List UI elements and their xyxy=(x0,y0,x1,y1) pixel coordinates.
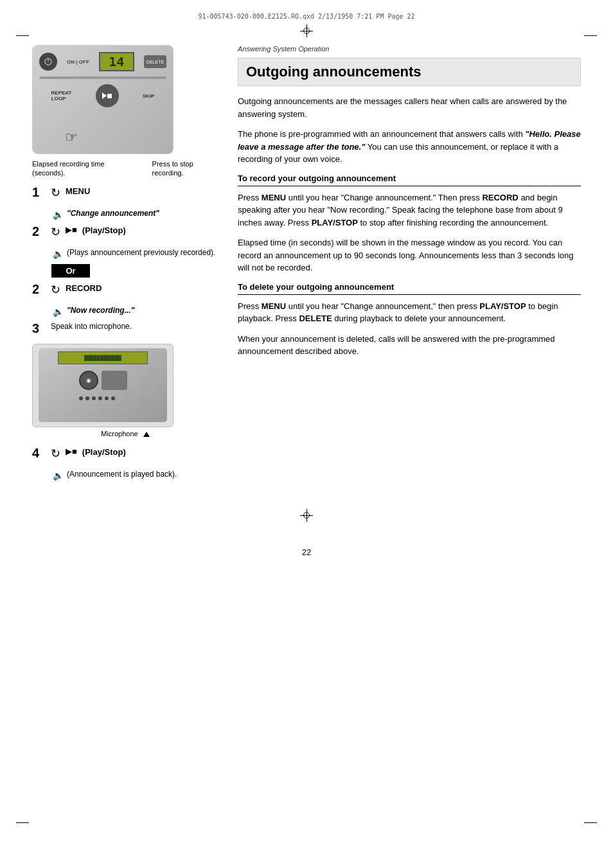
microphone-label-area: Microphone xyxy=(32,430,218,438)
step-1-row: 1 ↻ MENU xyxy=(32,186,218,200)
s2p1-end: during playback to delete your announcem… xyxy=(332,314,506,323)
mic-rect-1 xyxy=(102,371,127,390)
subsection-1-title: To record your outgoing announcement xyxy=(238,173,581,186)
step-3-row: 3 Speak into microphone. xyxy=(32,322,218,335)
step-4-menu-icon: ↻ xyxy=(51,447,60,461)
intro-paragraph-2: The phone is pre-programmed with an anno… xyxy=(238,128,581,166)
mic-controls: ◉ xyxy=(79,371,127,400)
device-top-row: ON | OFF 14 DELETE xyxy=(39,52,166,71)
step-2a-label: (Play/Stop) xyxy=(82,225,126,236)
or-divider: Or xyxy=(51,264,90,278)
step-3-text: Speak into microphone. xyxy=(51,322,132,332)
s2p1-delete: DELETE xyxy=(299,314,332,323)
on-off-button-img xyxy=(39,53,57,71)
device-image-top: ON | OFF 14 DELETE REPEATLOOP xyxy=(32,45,173,154)
mic-hole-2 xyxy=(85,396,89,400)
speaker-icon-4: 🔈 xyxy=(53,470,64,481)
recording-bar-text: ▓▓▓▓▓▓▓▓▓▓▓▓ xyxy=(84,355,121,361)
s2p1-menu: MENU xyxy=(262,301,286,311)
mic-hole-5 xyxy=(105,396,109,400)
step-1-number: 1 xyxy=(32,186,46,199)
right-column: Answering System Operation Outgoing anno… xyxy=(238,45,581,483)
main-content: ON | OFF 14 DELETE REPEATLOOP xyxy=(0,39,613,509)
mic-device-sim: ▓▓▓▓▓▓▓▓▓▓▓▓ ◉ xyxy=(39,348,167,422)
subsection-2-para1: Press MENU until you hear "Change announ… xyxy=(238,300,581,325)
s1p1-menu: MENU xyxy=(262,193,286,202)
mic-hole-6 xyxy=(111,396,115,400)
repeat-label-img: REPEATLOOP xyxy=(51,90,72,102)
microphone-arrow-up xyxy=(143,432,150,437)
caption-left-text: Elapsed recording time (seconds). xyxy=(32,160,105,177)
mic-hole-4 xyxy=(98,396,102,400)
microphone-device-image: ▓▓▓▓▓▓▓▓▓▓▓▓ ◉ xyxy=(32,344,173,427)
play-stop-btn-img xyxy=(96,84,119,107)
speaker-icon-2: 🔈 xyxy=(53,306,64,317)
play-triangle-img xyxy=(102,93,107,99)
display-window-img: 14 xyxy=(99,52,134,71)
step-2a-play-icon: ▶■ xyxy=(66,225,77,235)
step-2a-number: 2 xyxy=(32,225,46,238)
page-number: 22 xyxy=(302,547,311,557)
section-title: Outgoing announcements xyxy=(238,58,581,86)
s2p1-pre: Press xyxy=(238,301,262,311)
speaker-icon-2a: 🔈 xyxy=(53,249,64,259)
step-2-menu-icon: ↻ xyxy=(51,283,60,297)
mic-display-bar: ▓▓▓▓▓▓▓▓▓▓▓▓ xyxy=(58,351,148,364)
step-4-text: (Announcement is played back). xyxy=(67,470,177,480)
bottom-reg-area xyxy=(0,509,613,522)
mic-body: ◉ xyxy=(79,371,127,400)
left-column: ON | OFF 14 DELETE REPEATLOOP xyxy=(32,45,218,483)
s2p1-mid: until you hear "Change announcement," th… xyxy=(286,301,479,311)
step-4-label: (Play/Stop) xyxy=(82,447,126,458)
on-off-label-img: ON | OFF xyxy=(67,59,89,65)
device-face: ON | OFF 14 DELETE REPEATLOOP xyxy=(33,46,173,154)
file-info-area: 91-005743-020-000.E2125.RO.qxd 2/13/1950… xyxy=(0,0,613,39)
mic-hole-3 xyxy=(92,396,96,400)
page-footer: 22 xyxy=(0,535,613,570)
step-4-number: 4 xyxy=(32,447,46,459)
step-2-label: RECORD xyxy=(66,283,102,294)
step-4-row: 4 ↻ ▶■ (Play/Stop) xyxy=(32,447,218,461)
intro-paragraph-1: Outgoing announcements are the messages … xyxy=(238,95,581,120)
step-1-text: "Change announcement" xyxy=(67,209,159,219)
s1p1-mid: until you hear "Change announcement." Th… xyxy=(286,193,482,202)
crop-mark-left-bottom xyxy=(16,822,29,823)
step-2-text: "Now recording..." xyxy=(67,306,134,316)
s1p1-record: RECORD xyxy=(482,193,518,202)
step-1-menu-icon: ↻ xyxy=(51,186,60,200)
intro-p2-pre: The phone is pre-programmed with an anno… xyxy=(238,129,525,139)
subsection-1-para1: Press MENU until you hear "Change announ… xyxy=(238,191,581,229)
reg-circle-top xyxy=(303,28,310,34)
skip-label-img: SKIP xyxy=(143,93,155,99)
step-2a-sub: 🔈 (Plays announcement previously recorde… xyxy=(53,248,218,259)
step-2-sub: 🔈 "Now recording..." xyxy=(53,306,218,317)
s1p1-playstop: PLAY/STOP xyxy=(312,218,358,227)
device-mid-row: REPEATLOOP SKIP xyxy=(39,84,166,107)
caption-right: Press to stop recording. xyxy=(152,159,218,178)
section-tag: Answering System Operation xyxy=(238,45,581,53)
reg-mark-top xyxy=(300,24,313,37)
s1p1-end: to stop after finishing recording the an… xyxy=(358,218,548,227)
step-4-sub: 🔈 (Announcement is played back). xyxy=(53,470,218,481)
hand-cursor-img: ☞ xyxy=(65,129,78,146)
step-4-play-icon: ▶■ xyxy=(66,447,77,456)
delete-btn-img: DELETE xyxy=(144,55,166,68)
reg-circle-bottom xyxy=(303,512,310,518)
s1p1-pre: Press xyxy=(238,193,262,202)
caption-right-text: Press to stop recording. xyxy=(152,160,193,177)
subsection-2-para2: When your announcement is deleted, calls… xyxy=(238,333,581,358)
step-1-sub: 🔈 "Change announcement" xyxy=(53,209,218,220)
device-captions: Elapsed recording time (seconds). Press … xyxy=(32,159,218,178)
file-info-text: 91-005743-020-000.E2125.RO.qxd 2/13/1950… xyxy=(198,13,414,20)
stop-square-img xyxy=(107,94,112,98)
subsection-1-para2: Elapsed time (in seconds) will be shown … xyxy=(238,236,581,274)
step-2a-menu-icon: ↻ xyxy=(51,225,60,239)
step-2a-row: 2 ↻ ▶■ (Play/Stop) xyxy=(32,225,218,239)
s2p1-playstop: PLAY/STOP xyxy=(479,301,526,311)
step-1-label: MENU xyxy=(66,186,90,197)
caption-left: Elapsed recording time (seconds). xyxy=(32,159,128,178)
mic-holes xyxy=(79,396,127,400)
divider-line xyxy=(39,76,166,79)
subsection-2-title: To delete your outgoing announcement xyxy=(238,282,581,295)
reg-mark-bottom xyxy=(300,509,313,522)
